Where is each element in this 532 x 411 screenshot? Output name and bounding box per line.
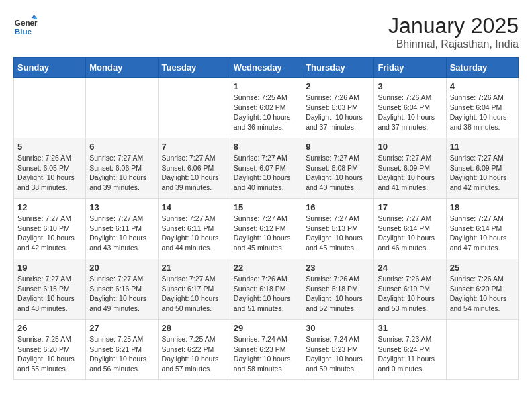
calendar-day-cell: 27Sunrise: 7:25 AM Sunset: 6:21 PM Dayli… <box>86 320 158 380</box>
calendar-day-cell: 15Sunrise: 7:27 AM Sunset: 6:12 PM Dayli… <box>230 199 302 259</box>
day-info: Sunrise: 7:26 AM Sunset: 6:04 PM Dayligh… <box>450 93 515 132</box>
calendar-day-cell: 18Sunrise: 7:27 AM Sunset: 6:14 PM Dayli… <box>446 199 518 259</box>
page-header: General Blue January 2025 Bhinmal, Rajas… <box>13 13 519 50</box>
day-info: Sunrise: 7:23 AM Sunset: 6:24 PM Dayligh… <box>378 334 442 374</box>
day-number: 15 <box>234 202 298 212</box>
day-number: 6 <box>89 142 154 152</box>
day-info: Sunrise: 7:27 AM Sunset: 6:11 PM Dayligh… <box>89 214 154 253</box>
day-info: Sunrise: 7:26 AM Sunset: 6:05 PM Dayligh… <box>17 153 82 193</box>
calendar-day-cell: 7Sunrise: 7:27 AM Sunset: 6:06 PM Daylig… <box>158 138 230 199</box>
day-info: Sunrise: 7:26 AM Sunset: 6:04 PM Dayligh… <box>378 93 442 132</box>
day-number: 30 <box>306 323 370 333</box>
calendar-body: 1Sunrise: 7:25 AM Sunset: 6:02 PM Daylig… <box>14 78 519 380</box>
day-number: 31 <box>378 323 442 333</box>
day-info: Sunrise: 7:27 AM Sunset: 6:10 PM Dayligh… <box>17 214 82 253</box>
calendar-week-row: 5Sunrise: 7:26 AM Sunset: 6:05 PM Daylig… <box>14 138 519 199</box>
day-number: 25 <box>450 263 515 273</box>
day-info: Sunrise: 7:26 AM Sunset: 6:18 PM Dayligh… <box>234 274 298 314</box>
calendar-day-cell <box>158 78 230 138</box>
calendar-day-cell <box>446 320 518 380</box>
day-number: 29 <box>234 323 298 333</box>
day-number: 21 <box>162 263 226 273</box>
title-block: January 2025 Bhinmal, Rajasthan, India <box>388 13 519 50</box>
calendar-day-cell: 8Sunrise: 7:27 AM Sunset: 6:07 PM Daylig… <box>230 138 302 199</box>
day-info: Sunrise: 7:27 AM Sunset: 6:14 PM Dayligh… <box>378 214 442 253</box>
calendar-table: SundayMondayTuesdayWednesdayThursdayFrid… <box>13 57 519 380</box>
calendar-day-cell: 4Sunrise: 7:26 AM Sunset: 6:04 PM Daylig… <box>446 78 518 138</box>
day-info: Sunrise: 7:26 AM Sunset: 6:03 PM Dayligh… <box>306 93 370 132</box>
day-info: Sunrise: 7:27 AM Sunset: 6:09 PM Dayligh… <box>450 153 515 193</box>
day-info: Sunrise: 7:26 AM Sunset: 6:20 PM Dayligh… <box>450 274 515 314</box>
calendar-day-cell: 21Sunrise: 7:27 AM Sunset: 6:17 PM Dayli… <box>158 259 230 320</box>
day-info: Sunrise: 7:27 AM Sunset: 6:11 PM Dayligh… <box>162 214 226 253</box>
day-number: 10 <box>378 142 442 152</box>
day-number: 14 <box>162 202 226 212</box>
calendar-week-row: 12Sunrise: 7:27 AM Sunset: 6:10 PM Dayli… <box>14 199 519 259</box>
calendar-day-cell: 26Sunrise: 7:25 AM Sunset: 6:20 PM Dayli… <box>14 320 86 380</box>
day-info: Sunrise: 7:25 AM Sunset: 6:02 PM Dayligh… <box>234 93 298 132</box>
location: Bhinmal, Rajasthan, India <box>388 38 519 50</box>
weekday-header-cell: Monday <box>86 58 158 78</box>
calendar-day-cell: 20Sunrise: 7:27 AM Sunset: 6:16 PM Dayli… <box>86 259 158 320</box>
day-info: Sunrise: 7:27 AM Sunset: 6:09 PM Dayligh… <box>378 153 442 193</box>
day-info: Sunrise: 7:25 AM Sunset: 6:22 PM Dayligh… <box>162 334 226 374</box>
day-info: Sunrise: 7:27 AM Sunset: 6:13 PM Dayligh… <box>306 214 370 253</box>
calendar-week-row: 1Sunrise: 7:25 AM Sunset: 6:02 PM Daylig… <box>14 78 519 138</box>
day-info: Sunrise: 7:27 AM Sunset: 6:08 PM Dayligh… <box>306 153 370 193</box>
day-number: 20 <box>89 263 154 273</box>
day-number: 4 <box>450 81 515 91</box>
calendar-day-cell: 25Sunrise: 7:26 AM Sunset: 6:20 PM Dayli… <box>446 259 518 320</box>
calendar-day-cell: 3Sunrise: 7:26 AM Sunset: 6:04 PM Daylig… <box>374 78 446 138</box>
svg-text:Blue: Blue <box>15 27 32 36</box>
day-info: Sunrise: 7:27 AM Sunset: 6:14 PM Dayligh… <box>450 214 515 253</box>
day-info: Sunrise: 7:27 AM Sunset: 6:12 PM Dayligh… <box>234 214 298 253</box>
calendar-day-cell: 24Sunrise: 7:26 AM Sunset: 6:19 PM Dayli… <box>374 259 446 320</box>
day-info: Sunrise: 7:27 AM Sunset: 6:17 PM Dayligh… <box>162 274 226 314</box>
calendar-day-cell: 17Sunrise: 7:27 AM Sunset: 6:14 PM Dayli… <box>374 199 446 259</box>
day-info: Sunrise: 7:27 AM Sunset: 6:06 PM Dayligh… <box>162 153 226 193</box>
calendar-day-cell: 31Sunrise: 7:23 AM Sunset: 6:24 PM Dayli… <box>374 320 446 380</box>
calendar-day-cell: 2Sunrise: 7:26 AM Sunset: 6:03 PM Daylig… <box>302 78 374 138</box>
day-number: 23 <box>306 263 370 273</box>
day-number: 1 <box>234 81 298 91</box>
calendar-day-cell <box>86 78 158 138</box>
day-number: 27 <box>89 323 154 333</box>
day-info: Sunrise: 7:25 AM Sunset: 6:21 PM Dayligh… <box>89 334 154 374</box>
day-info: Sunrise: 7:27 AM Sunset: 6:16 PM Dayligh… <box>89 274 154 314</box>
day-number: 3 <box>378 81 442 91</box>
weekday-header-cell: Wednesday <box>230 58 302 78</box>
logo: General Blue <box>13 13 40 38</box>
calendar-day-cell: 11Sunrise: 7:27 AM Sunset: 6:09 PM Dayli… <box>446 138 518 199</box>
day-info: Sunrise: 7:25 AM Sunset: 6:20 PM Dayligh… <box>17 334 82 374</box>
calendar-day-cell: 16Sunrise: 7:27 AM Sunset: 6:13 PM Dayli… <box>302 199 374 259</box>
calendar-week-row: 26Sunrise: 7:25 AM Sunset: 6:20 PM Dayli… <box>14 320 519 380</box>
day-number: 13 <box>89 202 154 212</box>
calendar-week-row: 19Sunrise: 7:27 AM Sunset: 6:15 PM Dayli… <box>14 259 519 320</box>
calendar-day-cell: 9Sunrise: 7:27 AM Sunset: 6:08 PM Daylig… <box>302 138 374 199</box>
day-number: 28 <box>162 323 226 333</box>
day-number: 24 <box>378 263 442 273</box>
day-info: Sunrise: 7:26 AM Sunset: 6:19 PM Dayligh… <box>378 274 442 314</box>
day-number: 11 <box>450 142 515 152</box>
weekday-header-cell: Sunday <box>14 58 86 78</box>
day-number: 26 <box>17 323 82 333</box>
calendar-day-cell: 19Sunrise: 7:27 AM Sunset: 6:15 PM Dayli… <box>14 259 86 320</box>
day-number: 5 <box>17 142 82 152</box>
day-number: 16 <box>306 202 370 212</box>
day-info: Sunrise: 7:26 AM Sunset: 6:18 PM Dayligh… <box>306 274 370 314</box>
day-info: Sunrise: 7:24 AM Sunset: 6:23 PM Dayligh… <box>306 334 370 374</box>
day-number: 22 <box>234 263 298 273</box>
day-info: Sunrise: 7:24 AM Sunset: 6:23 PM Dayligh… <box>234 334 298 374</box>
calendar-day-cell: 6Sunrise: 7:27 AM Sunset: 6:06 PM Daylig… <box>86 138 158 199</box>
day-info: Sunrise: 7:27 AM Sunset: 6:06 PM Dayligh… <box>89 153 154 193</box>
calendar-day-cell: 12Sunrise: 7:27 AM Sunset: 6:10 PM Dayli… <box>14 199 86 259</box>
calendar-day-cell: 10Sunrise: 7:27 AM Sunset: 6:09 PM Dayli… <box>374 138 446 199</box>
day-number: 9 <box>306 142 370 152</box>
calendar-day-cell: 14Sunrise: 7:27 AM Sunset: 6:11 PM Dayli… <box>158 199 230 259</box>
calendar-day-cell: 13Sunrise: 7:27 AM Sunset: 6:11 PM Dayli… <box>86 199 158 259</box>
day-info: Sunrise: 7:27 AM Sunset: 6:15 PM Dayligh… <box>17 274 82 314</box>
weekday-header-cell: Friday <box>374 58 446 78</box>
calendar-day-cell: 29Sunrise: 7:24 AM Sunset: 6:23 PM Dayli… <box>230 320 302 380</box>
day-number: 2 <box>306 81 370 91</box>
calendar-day-cell <box>14 78 86 138</box>
